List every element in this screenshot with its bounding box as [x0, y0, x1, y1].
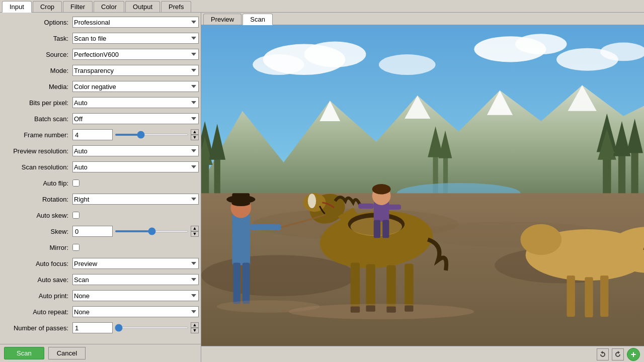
auto-repeat-control: None 2 3 4 5	[72, 306, 199, 317]
frame-slider[interactable]	[115, 134, 189, 136]
media-label: Media:	[2, 83, 72, 90]
rotation-control: Right Left 180° None	[72, 194, 199, 205]
frame-input[interactable]	[72, 129, 113, 140]
mirror-row: Mirror:	[2, 241, 199, 254]
auto-focus-control: Preview Scan Both None	[72, 258, 199, 269]
bits-label: Bits per pixel:	[2, 99, 72, 107]
svg-rect-69	[250, 224, 281, 230]
auto-flip-checkbox[interactable]	[72, 179, 79, 187]
auto-repeat-label: Auto repeat:	[2, 308, 72, 316]
task-row: Task: Scan to file Scan to email Scan to…	[2, 32, 199, 45]
add-button[interactable]: +	[627, 348, 640, 361]
svg-point-60	[520, 224, 561, 255]
svg-rect-44	[405, 264, 413, 309]
svg-point-39	[308, 194, 316, 208]
mode-select[interactable]: Transparency Reflective Film	[72, 65, 199, 76]
svg-point-53	[372, 184, 391, 194]
passes-spin-up[interactable]: ▲	[191, 322, 199, 328]
svg-point-34	[201, 255, 356, 296]
svg-point-68	[231, 201, 250, 206]
scene-svg	[201, 25, 644, 346]
scan-button[interactable]: Scan	[4, 347, 44, 359]
svg-rect-61	[567, 276, 575, 317]
auto-print-label: Auto print:	[2, 292, 72, 300]
mirror-checkbox[interactable]	[72, 244, 79, 251]
task-label: Task:	[2, 35, 72, 42]
tab-crop[interactable]: Crop	[33, 1, 62, 12]
preview-res-row: Preview resolution: Auto 72 150 300	[2, 144, 199, 157]
scan-res-label: Scan resolution:	[2, 163, 72, 171]
skew-control: ▲ ▼	[72, 226, 199, 237]
bottom-bar: Scan Cancel	[0, 344, 201, 362]
skew-spin-down[interactable]: ▼	[191, 231, 199, 237]
passes-row: Number of passes: ▲ ▼	[2, 321, 199, 334]
rotate-right-button[interactable]	[612, 348, 624, 360]
preview-res-label: Preview resolution:	[2, 147, 72, 155]
frame-spinners: ▲ ▼	[191, 129, 199, 140]
source-label: Source:	[2, 51, 72, 58]
frame-spin-up[interactable]: ▲	[191, 129, 199, 135]
auto-skew-checkbox[interactable]	[72, 212, 79, 219]
source-select[interactable]: PerfectionV600 Flatbed ADF	[72, 49, 199, 60]
auto-focus-label: Auto focus:	[2, 260, 72, 267]
rotate-left-button[interactable]	[597, 348, 609, 360]
media-select[interactable]: Color negative Color positive B&W negati…	[72, 81, 199, 92]
passes-spin-down[interactable]: ▼	[191, 328, 199, 333]
tab-scan[interactable]: Scan	[243, 14, 273, 25]
tab-filter[interactable]: Filter	[63, 1, 93, 12]
svg-point-8	[379, 54, 436, 75]
media-row: Media: Color negative Color positive B&W…	[2, 80, 199, 93]
frame-slider-wrap	[115, 129, 189, 140]
svg-rect-56	[374, 220, 380, 238]
preview-res-select[interactable]: Auto 72 150 300	[72, 145, 199, 156]
passes-spinners: ▲ ▼	[191, 322, 199, 333]
svg-rect-71	[243, 262, 250, 304]
source-control: PerfectionV600 Flatbed ADF	[72, 49, 199, 60]
scan-res-select[interactable]: Auto 300 600 1200 2400 4800	[72, 161, 199, 172]
mode-label: Mode:	[2, 67, 72, 74]
svg-rect-57	[382, 220, 389, 238]
tab-input[interactable]: Input	[2, 1, 32, 13]
passes-input[interactable]	[72, 322, 113, 333]
tab-preview[interactable]: Preview	[203, 14, 242, 25]
tab-color[interactable]: Color	[94, 1, 124, 12]
auto-print-select[interactable]: None Preview Scan	[72, 290, 199, 301]
frame-spin-down[interactable]: ▼	[191, 135, 199, 140]
cancel-button[interactable]: Cancel	[48, 347, 86, 359]
mirror-label: Mirror:	[2, 244, 72, 251]
batch-label: Batch scan:	[2, 115, 72, 123]
bits-select[interactable]: Auto 8 16 24 48	[72, 97, 199, 108]
task-select[interactable]: Scan to file Scan to email Scan to PDF	[72, 33, 199, 44]
skew-input[interactable]	[72, 226, 113, 237]
skew-row: Skew: ▲ ▼	[2, 225, 199, 238]
auto-skew-label: Auto skew:	[2, 212, 72, 219]
batch-select[interactable]: Off On	[72, 113, 199, 124]
mirror-control	[72, 244, 199, 251]
auto-print-control: None Preview Scan	[72, 290, 199, 301]
auto-flip-row: Auto flip:	[2, 176, 199, 190]
auto-repeat-select[interactable]: None 2 3 4 5	[72, 306, 199, 317]
options-control: Professional Home/Office Custom	[72, 17, 199, 28]
svg-point-2	[304, 41, 366, 67]
skew-spin-up[interactable]: ▲	[191, 226, 199, 231]
passes-slider[interactable]	[115, 327, 189, 329]
rotation-label: Rotation:	[2, 196, 72, 203]
auto-repeat-row: Auto repeat: None 2 3 4 5	[2, 305, 199, 318]
form-scroll[interactable]: Options: Professional Home/Office Custom…	[0, 13, 201, 344]
auto-save-label: Auto save:	[2, 276, 72, 284]
options-select[interactable]: Professional Home/Office Custom	[72, 17, 199, 28]
tab-prefs[interactable]: Prefs	[161, 1, 191, 12]
auto-save-select[interactable]: Scan Preview Both None	[72, 274, 199, 285]
skew-slider[interactable]	[115, 230, 189, 232]
svg-rect-62	[585, 277, 593, 317]
auto-focus-row: Auto focus: Preview Scan Both None	[2, 257, 199, 270]
skew-slider-wrap	[115, 226, 189, 237]
batch-control: Off On	[72, 113, 199, 124]
mode-row: Mode: Transparency Reflective Film	[2, 64, 199, 77]
auto-flip-control	[72, 179, 199, 187]
auto-focus-select[interactable]: Preview Scan Both None	[72, 258, 199, 269]
svg-rect-55	[386, 205, 401, 210]
task-control: Scan to file Scan to email Scan to PDF	[72, 33, 199, 44]
tab-output[interactable]: Output	[125, 1, 160, 12]
rotation-select[interactable]: Right Left 180° None	[72, 194, 199, 205]
